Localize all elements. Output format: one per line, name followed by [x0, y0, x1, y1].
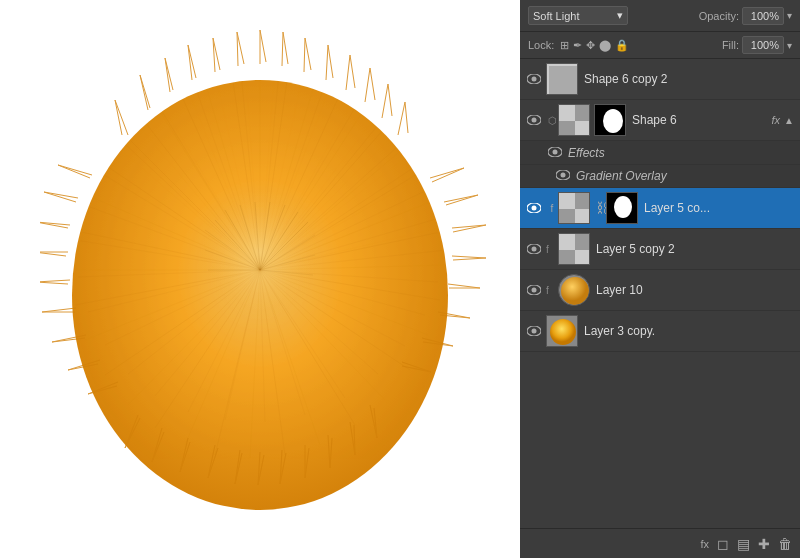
layer-chevron-shape6[interactable]: ▲ [784, 115, 794, 126]
svg-rect-126 [575, 234, 590, 250]
canvas-area [0, 0, 520, 558]
svg-rect-108 [575, 121, 590, 136]
layer-thumbnail-layer5copy2 [558, 233, 590, 265]
layer-link-layer10: f [546, 285, 558, 296]
layer-name-layer3copy: Layer 3 copy. [584, 324, 794, 338]
lock-label: Lock: [528, 39, 554, 51]
svg-rect-118 [575, 193, 590, 209]
layer-thumbnail-shape6copy2 [546, 63, 578, 95]
svg-rect-105 [559, 105, 575, 121]
layer-thumbnail-shape6 [558, 104, 590, 136]
svg-rect-119 [559, 209, 575, 224]
fill-chevron: ▾ [787, 40, 792, 51]
lock-all-icon[interactable]: 🔒 [615, 39, 629, 52]
delete-layer-button[interactable]: 🗑 [778, 536, 792, 552]
lock-icons: ⊞ ✒ ✥ ⬤ 🔒 [560, 39, 629, 52]
blend-mode-chevron: ▾ [617, 9, 623, 22]
svg-rect-127 [559, 250, 575, 265]
layer-name-shape6: Shape 6 [632, 113, 772, 127]
layer-row-shape6copy2[interactable]: Shape 6 copy 2 [520, 59, 800, 100]
layer-row-layer5co[interactable]: f ⛓ Layer 5 co... [520, 188, 800, 229]
layer-row-shape6[interactable]: ⬡ Shape 6 fx ▲ [520, 100, 800, 141]
layer-row-layer3copy[interactable]: Layer 3 copy. [520, 311, 800, 352]
svg-point-124 [532, 246, 537, 251]
svg-point-112 [553, 149, 558, 154]
svg-point-133 [532, 328, 537, 333]
layer-thumbnail-layer5co [558, 192, 590, 224]
svg-point-130 [532, 287, 537, 292]
svg-rect-102 [549, 66, 577, 94]
layer-row-effects[interactable]: Effects [520, 141, 800, 165]
lock-artboard-icon[interactable]: ⬤ [599, 39, 611, 52]
visibility-eye-layer5copy2[interactable] [526, 242, 542, 257]
svg-rect-125 [559, 234, 575, 250]
gradient-visibility[interactable] [556, 169, 572, 183]
layer-link-layer5co: f [546, 203, 558, 214]
layer-thumbnail-layer3copy [546, 315, 578, 347]
layers-list[interactable]: Shape 6 copy 2 ⬡ Shape 6 fx ▲ [520, 59, 800, 528]
svg-rect-128 [575, 250, 590, 265]
svg-rect-120 [575, 209, 590, 224]
svg-point-100 [532, 76, 537, 81]
layer-mask-layer5co [606, 192, 638, 224]
layer-link-layer5copy2: f [546, 244, 558, 255]
new-layer-button[interactable]: ✚ [758, 536, 770, 552]
blend-opacity-bar: Soft Light ▾ Opacity: 100% ▾ [520, 0, 800, 32]
layer-link-shape6: ⬡ [546, 115, 558, 126]
svg-point-134 [550, 319, 576, 345]
visibility-eye-layer5co[interactable] [526, 201, 542, 216]
layer-thumbnail-layer10 [558, 274, 590, 306]
gradient-overlay-label: Gradient Overlay [576, 169, 794, 183]
lock-move-icon[interactable]: ✥ [586, 39, 595, 52]
lock-edit-icon[interactable]: ✒ [573, 39, 582, 52]
layer-name-layer5copy2: Layer 5 copy 2 [596, 242, 794, 256]
svg-point-122 [614, 196, 632, 218]
layer-name-shape6copy2: Shape 6 copy 2 [584, 72, 794, 86]
svg-rect-117 [559, 193, 575, 209]
add-layer-style-button[interactable]: fx [700, 538, 709, 550]
layer-mask-shape6 [594, 104, 626, 136]
opacity-label: Opacity: [699, 10, 739, 22]
fill-input[interactable]: 100% [742, 36, 784, 54]
layers-panel: Soft Light ▾ Opacity: 100% ▾ Lock: ⊞ ✒ ✥… [520, 0, 800, 558]
svg-point-104 [532, 117, 537, 122]
svg-point-131 [561, 277, 589, 305]
layer-row-layer10[interactable]: f Layer 10 [520, 270, 800, 311]
svg-rect-107 [559, 121, 575, 136]
lock-pixels-icon[interactable]: ⊞ [560, 39, 569, 52]
blend-mode-dropdown[interactable]: Soft Light ▾ [528, 6, 628, 25]
visibility-eye-layer10[interactable] [526, 283, 542, 298]
effects-visibility[interactable] [548, 146, 564, 160]
fluffy-illustration [40, 30, 490, 530]
add-mask-button[interactable]: ◻ [717, 536, 729, 552]
svg-rect-106 [575, 105, 590, 121]
opacity-chevron: ▾ [787, 10, 792, 21]
layer-row-layer5copy2[interactable]: f Layer 5 copy 2 [520, 229, 800, 270]
layer-fx-shape6: fx [772, 114, 781, 126]
opacity-input[interactable]: 100% [742, 7, 784, 25]
visibility-eye-shape6copy2[interactable] [526, 72, 542, 87]
layer-row-gradient-overlay[interactable]: Gradient Overlay [520, 165, 800, 188]
visibility-eye-layer3copy[interactable] [526, 324, 542, 339]
blend-mode-value: Soft Light [533, 10, 579, 22]
layer-chain-layer5co: ⛓ [596, 200, 604, 216]
lock-fill-bar: Lock: ⊞ ✒ ✥ ⬤ 🔒 Fill: 100% ▾ [520, 32, 800, 59]
create-group-button[interactable]: ▤ [737, 536, 750, 552]
layer-name-layer5co: Layer 5 co... [644, 201, 794, 215]
fill-label: Fill: [722, 39, 739, 51]
svg-point-114 [561, 173, 566, 178]
visibility-eye-shape6[interactable] [526, 113, 542, 128]
layers-bottom-toolbar: fx ◻ ▤ ✚ 🗑 [520, 528, 800, 558]
layer-name-layer10: Layer 10 [596, 283, 794, 297]
effects-label: Effects [568, 146, 794, 160]
svg-point-110 [603, 109, 623, 133]
svg-point-116 [532, 205, 537, 210]
